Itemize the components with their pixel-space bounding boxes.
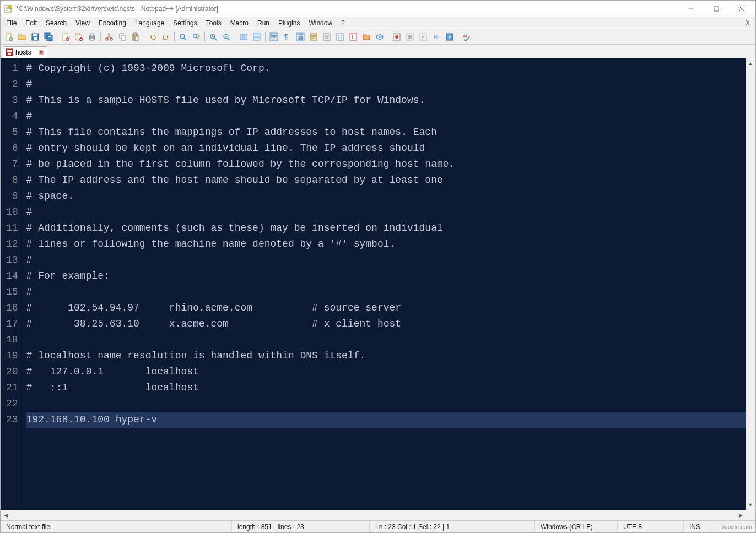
save-all-icon[interactable] bbox=[42, 31, 55, 43]
word-wrap-icon[interactable] bbox=[268, 31, 280, 43]
toolbar-separator bbox=[174, 32, 175, 42]
horizontal-scrollbar[interactable]: ◀ ▶ bbox=[1, 510, 755, 520]
code-line[interactable]: # Additionally, comments (such as these)… bbox=[26, 220, 746, 236]
toolbar-separator bbox=[144, 32, 144, 42]
code-line[interactable]: # bbox=[26, 204, 746, 220]
zoom-in-icon[interactable] bbox=[207, 31, 219, 43]
zoom-out-icon[interactable] bbox=[220, 31, 233, 43]
minimize-button[interactable] bbox=[678, 1, 704, 17]
menu-search[interactable]: Search bbox=[41, 18, 71, 28]
title-bar: *C:\Windows\System32\drivers\etc\hosts -… bbox=[1, 1, 755, 17]
folder-workspace-icon[interactable] bbox=[360, 31, 372, 43]
code-line[interactable]: # ::1 localhost bbox=[26, 380, 746, 396]
func-list-icon[interactable]: f bbox=[347, 31, 359, 43]
code-line[interactable]: # This file contains the mappings of IP … bbox=[26, 124, 746, 140]
scroll-left-icon[interactable]: ◀ bbox=[1, 510, 10, 520]
sync-v-scroll-icon[interactable] bbox=[237, 31, 250, 43]
paste-icon[interactable] bbox=[129, 31, 142, 43]
code-line[interactable]: # For example: bbox=[26, 268, 746, 284]
copy-icon[interactable] bbox=[116, 31, 128, 43]
scroll-corner bbox=[746, 510, 755, 520]
svg-rect-37 bbox=[244, 34, 247, 40]
menu-settings[interactable]: Settings bbox=[169, 18, 201, 28]
spellcheck-icon[interactable]: ABC bbox=[461, 31, 473, 43]
close-all-icon[interactable] bbox=[73, 31, 85, 43]
svg-rect-44 bbox=[323, 34, 330, 40]
app-icon bbox=[4, 4, 13, 13]
svg-rect-47 bbox=[341, 35, 342, 36]
menu-mdi-close[interactable]: X bbox=[741, 19, 754, 27]
code-line[interactable]: # Copyright (c) 1993-2009 Microsoft Corp… bbox=[26, 61, 746, 77]
code-line[interactable]: # The IP address and the host name shoul… bbox=[26, 172, 746, 188]
code-line[interactable]: # localhost name resolution is handled w… bbox=[26, 348, 746, 364]
code-area[interactable]: # Copyright (c) 1993-2009 Microsoft Corp… bbox=[22, 58, 746, 510]
print-icon[interactable] bbox=[86, 31, 98, 43]
scroll-track[interactable] bbox=[10, 510, 736, 520]
doc-map-icon[interactable] bbox=[321, 31, 333, 43]
code-line[interactable] bbox=[26, 396, 746, 412]
code-line[interactable]: # 102.54.94.97 rhino.acme.com # source s… bbox=[26, 300, 746, 316]
menu-help[interactable]: ? bbox=[337, 18, 349, 28]
play-multi-macro-icon[interactable] bbox=[430, 31, 442, 43]
tab-modified-icon bbox=[6, 48, 13, 56]
code-line[interactable]: # This is a sample HOSTS file used by Mi… bbox=[26, 93, 746, 108]
menu-run[interactable]: Run bbox=[253, 18, 274, 28]
new-file-icon[interactable] bbox=[3, 31, 15, 43]
code-line[interactable]: # bbox=[26, 108, 746, 124]
play-macro-icon[interactable] bbox=[417, 31, 429, 43]
menu-macro[interactable]: Macro bbox=[226, 18, 253, 28]
show-chars-icon[interactable]: ¶ bbox=[281, 31, 293, 43]
replace-icon[interactable] bbox=[190, 31, 202, 43]
svg-rect-50 bbox=[350, 34, 357, 40]
redo-icon[interactable] bbox=[160, 31, 172, 43]
close-file-icon[interactable] bbox=[60, 31, 72, 43]
close-button[interactable] bbox=[729, 1, 754, 17]
status-encoding: UTF-8 bbox=[618, 521, 684, 532]
menu-file[interactable]: File bbox=[2, 18, 21, 28]
doc-list-icon[interactable] bbox=[334, 31, 346, 43]
vertical-scrollbar[interactable]: ▲ ▼ bbox=[746, 58, 755, 510]
scroll-down-icon[interactable]: ▼ bbox=[746, 500, 755, 510]
undo-icon[interactable] bbox=[147, 31, 159, 43]
code-line[interactable]: # bbox=[26, 77, 746, 93]
sync-h-scroll-icon[interactable] bbox=[251, 31, 263, 43]
code-line[interactable]: # space. bbox=[26, 188, 746, 204]
svg-rect-2 bbox=[714, 7, 719, 11]
find-icon[interactable] bbox=[177, 31, 189, 43]
monitor-icon[interactable] bbox=[374, 31, 386, 43]
code-line[interactable]: # lines or following the machine name de… bbox=[26, 236, 746, 252]
code-line[interactable]: # bbox=[26, 284, 746, 300]
save-icon[interactable] bbox=[29, 31, 41, 43]
tab-hosts[interactable]: hosts bbox=[3, 46, 47, 58]
code-line[interactable]: # bbox=[26, 252, 746, 268]
stop-macro-icon[interactable] bbox=[404, 31, 416, 43]
menu-view[interactable]: View bbox=[71, 18, 94, 28]
maximize-button[interactable] bbox=[704, 1, 729, 17]
code-line[interactable]: # entry should be kept on an individual … bbox=[26, 140, 746, 156]
scroll-up-icon[interactable]: ▲ bbox=[746, 58, 755, 68]
menu-tools[interactable]: Tools bbox=[202, 18, 226, 28]
scroll-right-icon[interactable]: ▶ bbox=[736, 510, 746, 520]
code-line[interactable]: 192.168.10.100 hyper-v bbox=[26, 412, 746, 428]
menu-language[interactable]: Language bbox=[131, 18, 169, 28]
user-lang-icon[interactable] bbox=[307, 31, 320, 43]
open-file-icon[interactable] bbox=[16, 31, 28, 43]
cut-icon[interactable] bbox=[103, 31, 115, 43]
svg-text:f: f bbox=[352, 34, 353, 40]
code-line[interactable]: # 127.0.0.1 localhost bbox=[26, 364, 746, 380]
code-line[interactable]: # be placed in the first column followed… bbox=[26, 156, 746, 172]
svg-rect-19 bbox=[90, 34, 94, 36]
svg-rect-49 bbox=[341, 37, 342, 39]
scroll-track[interactable] bbox=[746, 68, 755, 500]
svg-rect-46 bbox=[338, 35, 339, 36]
menu-edit[interactable]: Edit bbox=[21, 18, 41, 28]
indent-guide-icon[interactable] bbox=[294, 31, 306, 43]
save-macro-icon[interactable] bbox=[444, 31, 456, 43]
menu-window[interactable]: Window bbox=[304, 18, 337, 28]
record-macro-icon[interactable] bbox=[391, 31, 403, 43]
menu-encoding[interactable]: Encoding bbox=[94, 18, 131, 28]
menu-plugins[interactable]: Plugins bbox=[274, 18, 304, 28]
code-line[interactable] bbox=[26, 332, 746, 348]
tab-close-icon[interactable] bbox=[38, 49, 45, 56]
code-line[interactable]: # 38.25.63.10 x.acme.com # x client host bbox=[26, 316, 746, 332]
